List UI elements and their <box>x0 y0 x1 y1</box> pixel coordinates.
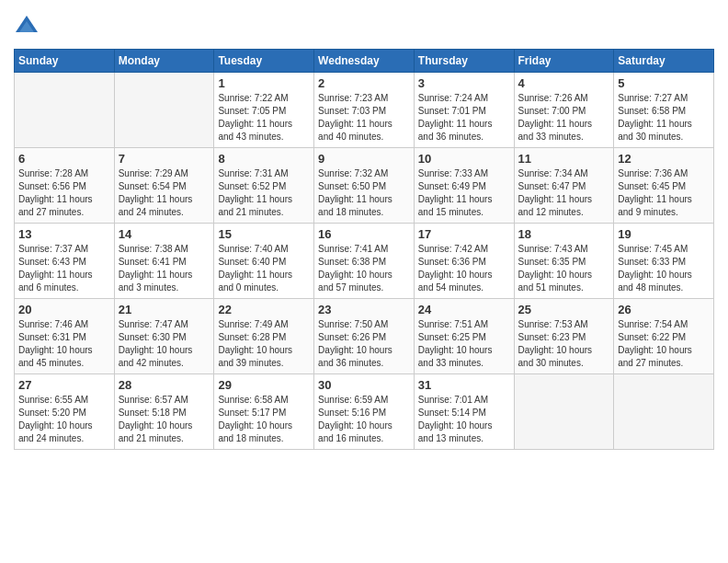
day-info: Sunrise: 7:46 AM Sunset: 6:31 PM Dayligh… <box>18 318 110 370</box>
calendar-cell: 20Sunrise: 7:46 AM Sunset: 6:31 PM Dayli… <box>15 299 115 374</box>
day-number: 22 <box>218 303 310 316</box>
calendar-cell: 12Sunrise: 7:36 AM Sunset: 6:45 PM Dayli… <box>614 148 714 224</box>
calendar-cell: 28Sunrise: 6:57 AM Sunset: 5:18 PM Dayli… <box>114 374 214 450</box>
logo-icon <box>14 14 40 40</box>
calendar-cell: 15Sunrise: 7:40 AM Sunset: 6:40 PM Dayli… <box>214 224 314 299</box>
day-number: 20 <box>18 303 110 316</box>
day-number: 7 <box>119 152 210 166</box>
day-number: 1 <box>218 76 310 90</box>
day-info: Sunrise: 6:57 AM Sunset: 5:18 PM Dayligh… <box>119 394 210 445</box>
calendar-cell: 30Sunrise: 6:59 AM Sunset: 5:16 PM Dayli… <box>314 374 415 450</box>
calendar-cell: 11Sunrise: 7:34 AM Sunset: 6:47 PM Dayli… <box>514 148 614 224</box>
calendar-cell: 9Sunrise: 7:32 AM Sunset: 6:50 PM Daylig… <box>314 148 415 224</box>
day-number: 21 <box>119 303 210 316</box>
calendar-header-row: SundayMondayTuesdayWednesdayThursdayFrid… <box>15 50 714 73</box>
day-number: 17 <box>418 227 510 241</box>
calendar-cell: 31Sunrise: 7:01 AM Sunset: 5:14 PM Dayli… <box>414 374 514 450</box>
calendar-cell: 16Sunrise: 7:41 AM Sunset: 6:38 PM Dayli… <box>314 224 415 299</box>
calendar-cell: 25Sunrise: 7:53 AM Sunset: 6:23 PM Dayli… <box>514 299 614 374</box>
day-number: 18 <box>518 227 610 241</box>
day-info: Sunrise: 7:40 AM Sunset: 6:40 PM Dayligh… <box>218 243 310 294</box>
calendar-cell: 26Sunrise: 7:54 AM Sunset: 6:22 PM Dayli… <box>614 299 714 374</box>
day-info: Sunrise: 7:51 AM Sunset: 6:25 PM Dayligh… <box>418 318 510 370</box>
calendar-cell <box>15 73 115 148</box>
day-info: Sunrise: 7:32 AM Sunset: 6:50 PM Dayligh… <box>318 167 410 219</box>
day-info: Sunrise: 7:36 AM Sunset: 6:45 PM Dayligh… <box>618 167 710 219</box>
day-number: 30 <box>318 378 410 392</box>
calendar-cell: 10Sunrise: 7:33 AM Sunset: 6:49 PM Dayli… <box>414 148 514 224</box>
day-number: 16 <box>318 227 410 241</box>
day-number: 10 <box>418 152 510 166</box>
day-info: Sunrise: 6:59 AM Sunset: 5:16 PM Dayligh… <box>318 394 410 445</box>
day-info: Sunrise: 7:43 AM Sunset: 6:35 PM Dayligh… <box>518 243 610 294</box>
day-info: Sunrise: 7:31 AM Sunset: 6:52 PM Dayligh… <box>218 167 310 219</box>
calendar-table: SundayMondayTuesdayWednesdayThursdayFrid… <box>14 49 714 450</box>
day-number: 29 <box>218 378 310 392</box>
day-info: Sunrise: 7:38 AM Sunset: 6:41 PM Dayligh… <box>119 243 210 294</box>
day-number: 31 <box>418 378 510 392</box>
column-header-thursday: Thursday <box>414 50 514 73</box>
column-header-monday: Monday <box>114 50 214 73</box>
day-info: Sunrise: 7:29 AM Sunset: 6:54 PM Dayligh… <box>119 167 210 219</box>
day-number: 14 <box>119 227 210 241</box>
calendar-cell: 27Sunrise: 6:55 AM Sunset: 5:20 PM Dayli… <box>15 374 115 450</box>
day-info: Sunrise: 7:24 AM Sunset: 7:01 PM Dayligh… <box>418 92 510 144</box>
day-info: Sunrise: 7:42 AM Sunset: 6:36 PM Dayligh… <box>418 243 510 294</box>
column-header-wednesday: Wednesday <box>314 50 415 73</box>
day-info: Sunrise: 7:37 AM Sunset: 6:43 PM Dayligh… <box>18 243 110 294</box>
day-number: 13 <box>18 227 110 241</box>
column-header-saturday: Saturday <box>614 50 714 73</box>
day-number: 23 <box>318 303 410 316</box>
day-number: 26 <box>618 303 710 316</box>
column-header-tuesday: Tuesday <box>214 50 314 73</box>
day-info: Sunrise: 7:45 AM Sunset: 6:33 PM Dayligh… <box>618 243 710 294</box>
day-number: 9 <box>318 152 410 166</box>
calendar-cell: 14Sunrise: 7:38 AM Sunset: 6:41 PM Dayli… <box>114 224 214 299</box>
day-number: 4 <box>518 76 610 90</box>
day-info: Sunrise: 7:47 AM Sunset: 6:30 PM Dayligh… <box>119 318 210 370</box>
day-number: 12 <box>618 152 710 166</box>
day-info: Sunrise: 6:58 AM Sunset: 5:17 PM Dayligh… <box>218 394 310 445</box>
calendar-cell: 5Sunrise: 7:27 AM Sunset: 6:58 PM Daylig… <box>614 73 714 148</box>
day-number: 19 <box>618 227 710 241</box>
calendar-cell: 18Sunrise: 7:43 AM Sunset: 6:35 PM Dayli… <box>514 224 614 299</box>
calendar-week-4: 20Sunrise: 7:46 AM Sunset: 6:31 PM Dayli… <box>15 299 714 374</box>
calendar-cell <box>114 73 214 148</box>
calendar-cell: 21Sunrise: 7:47 AM Sunset: 6:30 PM Dayli… <box>114 299 214 374</box>
day-info: Sunrise: 7:28 AM Sunset: 6:56 PM Dayligh… <box>18 167 110 219</box>
calendar-cell: 2Sunrise: 7:23 AM Sunset: 7:03 PM Daylig… <box>314 73 415 148</box>
calendar-cell: 4Sunrise: 7:26 AM Sunset: 7:00 PM Daylig… <box>514 73 614 148</box>
calendar-cell: 3Sunrise: 7:24 AM Sunset: 7:01 PM Daylig… <box>414 73 514 148</box>
day-info: Sunrise: 7:50 AM Sunset: 6:26 PM Dayligh… <box>318 318 410 370</box>
calendar-cell: 8Sunrise: 7:31 AM Sunset: 6:52 PM Daylig… <box>214 148 314 224</box>
calendar-cell <box>514 374 614 450</box>
calendar-cell: 24Sunrise: 7:51 AM Sunset: 6:25 PM Dayli… <box>414 299 514 374</box>
calendar-cell: 13Sunrise: 7:37 AM Sunset: 6:43 PM Dayli… <box>15 224 115 299</box>
day-info: Sunrise: 7:23 AM Sunset: 7:03 PM Dayligh… <box>318 92 410 144</box>
day-info: Sunrise: 7:54 AM Sunset: 6:22 PM Dayligh… <box>618 318 710 370</box>
calendar-week-2: 6Sunrise: 7:28 AM Sunset: 6:56 PM Daylig… <box>15 148 714 224</box>
day-number: 27 <box>18 378 110 392</box>
calendar-cell: 6Sunrise: 7:28 AM Sunset: 6:56 PM Daylig… <box>15 148 115 224</box>
day-number: 25 <box>518 303 610 316</box>
day-number: 6 <box>18 152 110 166</box>
day-info: Sunrise: 7:53 AM Sunset: 6:23 PM Dayligh… <box>518 318 610 370</box>
calendar-cell: 23Sunrise: 7:50 AM Sunset: 6:26 PM Dayli… <box>314 299 415 374</box>
calendar-cell: 17Sunrise: 7:42 AM Sunset: 6:36 PM Dayli… <box>414 224 514 299</box>
day-number: 11 <box>518 152 610 166</box>
calendar-cell: 22Sunrise: 7:49 AM Sunset: 6:28 PM Dayli… <box>214 299 314 374</box>
day-number: 3 <box>418 76 510 90</box>
day-info: Sunrise: 7:49 AM Sunset: 6:28 PM Dayligh… <box>218 318 310 370</box>
day-number: 2 <box>318 76 410 90</box>
calendar-cell: 1Sunrise: 7:22 AM Sunset: 7:05 PM Daylig… <box>214 73 314 148</box>
calendar-week-3: 13Sunrise: 7:37 AM Sunset: 6:43 PM Dayli… <box>15 224 714 299</box>
day-info: Sunrise: 7:22 AM Sunset: 7:05 PM Dayligh… <box>218 92 310 144</box>
calendar-cell: 7Sunrise: 7:29 AM Sunset: 6:54 PM Daylig… <box>114 148 214 224</box>
day-number: 24 <box>418 303 510 316</box>
calendar-week-1: 1Sunrise: 7:22 AM Sunset: 7:05 PM Daylig… <box>15 73 714 148</box>
day-info: Sunrise: 7:01 AM Sunset: 5:14 PM Dayligh… <box>418 394 510 445</box>
calendar-cell <box>614 374 714 450</box>
page-header <box>14 14 714 40</box>
day-info: Sunrise: 7:34 AM Sunset: 6:47 PM Dayligh… <box>518 167 610 219</box>
day-info: Sunrise: 6:55 AM Sunset: 5:20 PM Dayligh… <box>18 394 110 445</box>
